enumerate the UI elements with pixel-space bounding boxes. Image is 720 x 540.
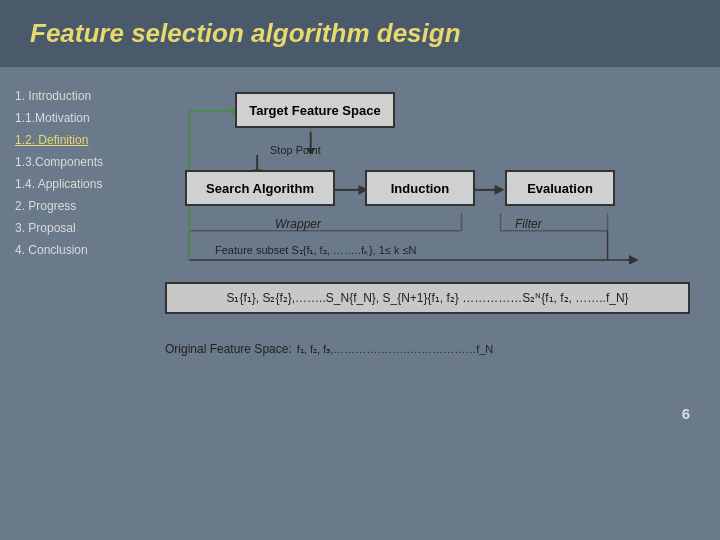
sidebar-item-proposal[interactable]: 3. Proposal xyxy=(15,219,130,237)
sidebar-item-components[interactable]: 1.3.Components xyxy=(15,153,130,171)
original-features-text: f₁, f₂, f₃,…………………………………f_N xyxy=(297,343,494,356)
page-number: 6 xyxy=(682,405,690,422)
wrapper-label: Wrapper xyxy=(275,217,321,231)
target-feature-space-box: Target Feature Space xyxy=(235,92,395,128)
content-area: 1. Introduction 1.1.Motivation 1.2. Defi… xyxy=(0,77,720,437)
slide-title: Feature selection algorithm design xyxy=(30,18,461,48)
stop-point-label: Stop Point xyxy=(270,144,321,156)
search-algorithm-box: Search Algorithm xyxy=(185,170,335,206)
sidebar-item-applications[interactable]: 1.4. Applications xyxy=(15,175,130,193)
diagram: Target Feature Space Stop Point Search A… xyxy=(155,82,700,432)
sidebar-item-definition[interactable]: 1.2. Definition xyxy=(15,131,130,149)
induction-box: Induction xyxy=(365,170,475,206)
evaluation-box: Evaluation xyxy=(505,170,615,206)
svg-marker-16 xyxy=(629,255,639,265)
sidebar-item-progress[interactable]: 2. Progress xyxy=(15,197,130,215)
sidebar-item-introduction[interactable]: 1. Introduction xyxy=(15,87,130,105)
main-content: Target Feature Space Stop Point Search A… xyxy=(145,77,720,437)
formula-box: S₁{f₁}, S₂{f₂},……..S_N{f_N}, S_{N+1}{f₁,… xyxy=(165,282,690,314)
svg-marker-7 xyxy=(495,185,505,195)
feature-subset-text: Feature subset S₁{f₁, f₂, ……..fₖ}, 1≤ k … xyxy=(215,244,416,257)
slide: Feature selection algorithm design 1. In… xyxy=(0,0,720,540)
title-bar: Feature selection algorithm design xyxy=(0,0,720,67)
original-feature-label: Original Feature Space: xyxy=(165,342,292,356)
original-feature-row: Original Feature Space: f₁, f₂, f₃,……………… xyxy=(165,342,690,356)
filter-label: Filter xyxy=(515,217,542,231)
sidebar-item-conclusion[interactable]: 4. Conclusion xyxy=(15,241,130,259)
sidebar-item-motivation[interactable]: 1.1.Motivation xyxy=(15,109,130,127)
sidebar: 1. Introduction 1.1.Motivation 1.2. Defi… xyxy=(0,77,145,437)
diagram-arrows xyxy=(155,82,700,432)
